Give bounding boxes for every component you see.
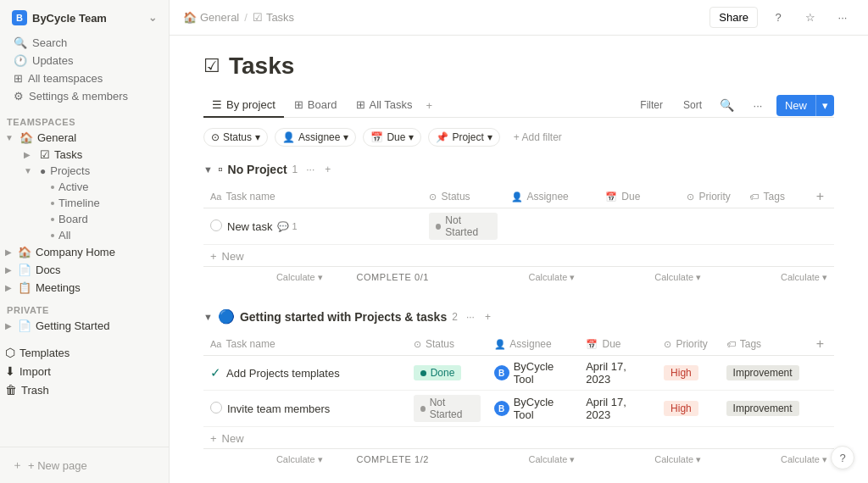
task-status-icon[interactable] — [210, 402, 222, 416]
new-page-label: + New page — [28, 459, 87, 472]
status-badge[interactable]: Not Started — [429, 213, 498, 240]
add-tab-button[interactable]: + — [423, 94, 437, 117]
new-task-button[interactable]: New ▾ — [776, 95, 834, 116]
teamspaces-section-label: Teamspaces — [0, 108, 169, 129]
sidebar-item-settings[interactable]: ⚙ Settings & members — [7, 87, 162, 105]
group-more-icon[interactable]: ··· — [303, 162, 318, 177]
calculate-task-name[interactable]: Calculate ▾ — [203, 270, 330, 285]
status-badge[interactable]: Done — [414, 365, 462, 380]
tab-all-tasks[interactable]: ⊞ All Tasks — [348, 93, 421, 118]
chevron-down-filter-icon: ▾ — [343, 131, 348, 143]
more-view-options-icon[interactable]: ··· — [746, 93, 770, 117]
status-badge[interactable]: Not Started — [414, 395, 481, 422]
tab-by-project[interactable]: ☰ By project — [203, 93, 284, 118]
task-row-actions[interactable] — [806, 208, 834, 245]
task-name[interactable]: Add Projects templates — [226, 367, 340, 380]
sidebar-item-templates[interactable]: ⬡ Templates — [0, 343, 169, 362]
filter-status[interactable]: ⊙ Status ▾ — [203, 128, 268, 147]
calculate-assignee[interactable]: Calculate ▾ — [456, 452, 582, 467]
sidebar-sub-item-all[interactable]: All — [42, 227, 169, 243]
group-more-icon[interactable]: ··· — [463, 309, 478, 325]
sidebar-item-search[interactable]: 🔍 Search — [7, 34, 162, 52]
filter-assignee[interactable]: 👤 Assignee ▾ — [275, 128, 356, 147]
breadcrumb-tasks-label: Tasks — [266, 11, 294, 24]
add-filter-button[interactable]: + Add filter — [507, 129, 569, 146]
sidebar-sub-item-board[interactable]: Board — [42, 211, 169, 227]
new-page-button[interactable]: ＋ + New page — [7, 454, 162, 476]
task-status-cell[interactable]: Not Started — [422, 208, 504, 245]
task-name-cell: Invite team members — [203, 391, 407, 427]
tag-badge: Improvement — [726, 365, 799, 380]
task-name[interactable]: New task — [227, 220, 272, 233]
filter-due[interactable]: 📅 Due ▾ — [363, 128, 421, 147]
group-title: Getting started with Projects & tasks — [240, 310, 447, 324]
sidebar-sub-item-timeline[interactable]: Timeline — [42, 195, 169, 211]
new-task-dropdown-icon[interactable]: ▾ — [815, 95, 834, 116]
star-icon[interactable]: ☆ — [798, 6, 822, 30]
sidebar-item-updates[interactable]: 🕐 Updates — [7, 52, 162, 69]
page-title-area: ☑ Tasks — [203, 53, 834, 80]
calculate-task-name[interactable]: Calculate ▾ — [203, 452, 330, 467]
breadcrumb-general-label: General — [200, 11, 239, 24]
sidebar-item-import[interactable]: ⬇ Import — [0, 362, 169, 380]
calculate-assignee[interactable]: Calculate ▾ — [456, 270, 582, 285]
filter-project[interactable]: 📌 Project ▾ — [428, 128, 499, 147]
sidebar-item-getting-started[interactable]: ▶ 📄 Getting Started — [0, 317, 169, 335]
search-tasks-icon[interactable]: 🔍 — [715, 93, 739, 117]
templates-label: Templates — [19, 347, 70, 359]
due-filter-label: Due — [387, 131, 405, 143]
workspace-switcher[interactable]: B ByCycle Team ⌄ — [7, 7, 162, 29]
task-row-actions[interactable] — [806, 356, 834, 391]
task-status-icon[interactable]: ✓ — [210, 365, 221, 380]
breadcrumb-tasks[interactable]: ☑ Tasks — [253, 11, 294, 24]
filter-button[interactable]: Filter — [633, 96, 670, 114]
group-toggle-icon[interactable]: ▼ — [203, 312, 213, 322]
sidebar-item-meetings[interactable]: ▶ 📋 Meetings — [0, 279, 169, 297]
sidebar-item-docs[interactable]: ▶ 📄 Docs — [0, 261, 169, 279]
assignee-avatar: B — [494, 401, 509, 416]
getting-started-label: Getting Started — [36, 319, 109, 332]
add-task-button[interactable]: + New — [203, 429, 834, 448]
th-add-col[interactable]: + — [806, 186, 834, 208]
task-row-actions[interactable] — [806, 391, 834, 427]
topbar: 🏠 General / ☑ Tasks Share ? ☆ ··· — [170, 0, 868, 36]
task-assignee-cell — [504, 208, 598, 245]
task-status-icon[interactable] — [210, 219, 222, 234]
task-name[interactable]: Invite team members — [227, 402, 330, 415]
group-add-icon[interactable]: + — [321, 162, 334, 177]
group-toggle-icon[interactable]: ▼ — [203, 164, 213, 175]
more-options-icon[interactable]: ··· — [831, 6, 854, 30]
calculate-due[interactable]: Calculate ▾ — [581, 452, 708, 467]
tab-board[interactable]: ⊞ Board — [286, 93, 346, 118]
assignee-filter-label: Assignee — [298, 131, 340, 143]
trash-icon: 🗑 — [5, 383, 17, 397]
docs-icon: 📄 — [18, 264, 31, 276]
sidebar-item-general[interactable]: ▼ 🏠 General — [0, 129, 169, 147]
table-row: ✓ Add Projects templates Done BByCycle T… — [203, 356, 834, 391]
help-circle-icon[interactable]: ? — [766, 6, 790, 30]
calculate-priority[interactable]: Calculate ▾ — [708, 270, 834, 285]
breadcrumb-general[interactable]: 🏠 General — [183, 11, 239, 24]
calculate-priority[interactable]: Calculate ▾ — [708, 452, 834, 467]
task-assignee-cell: BByCycle Tool — [487, 356, 580, 391]
calculate-due[interactable]: Calculate ▾ — [581, 270, 708, 285]
status-filter-icon: ⊙ — [211, 131, 220, 143]
sidebar-item-company-home[interactable]: ▶ 🏠 Company Home — [0, 243, 169, 261]
priority-badge: High — [664, 401, 698, 416]
workspace-chevron-icon: ⌄ — [148, 12, 157, 24]
board-label: Board — [58, 213, 88, 225]
task-status-cell[interactable]: Done — [407, 356, 487, 391]
th-add-col[interactable]: + — [806, 333, 834, 356]
sort-button[interactable]: Sort — [676, 96, 709, 114]
share-button[interactable]: Share — [709, 7, 758, 28]
group-add-icon[interactable]: + — [481, 309, 494, 325]
assignee-filter-icon: 👤 — [282, 131, 295, 143]
help-button[interactable]: ? — [831, 446, 854, 469]
sidebar-sub-item-active[interactable]: Active — [42, 179, 169, 195]
sidebar-item-projects[interactable]: ▼ ● Projects — [17, 163, 169, 179]
sidebar-item-tasks[interactable]: ▶ ☑ Tasks — [17, 147, 169, 163]
task-status-cell[interactable]: Not Started — [407, 391, 487, 427]
sidebar-item-trash[interactable]: 🗑 Trash — [0, 380, 169, 399]
sidebar-item-all-teamspaces[interactable]: ⊞ All teamspaces — [7, 69, 162, 87]
add-task-button[interactable]: + New — [203, 247, 834, 266]
